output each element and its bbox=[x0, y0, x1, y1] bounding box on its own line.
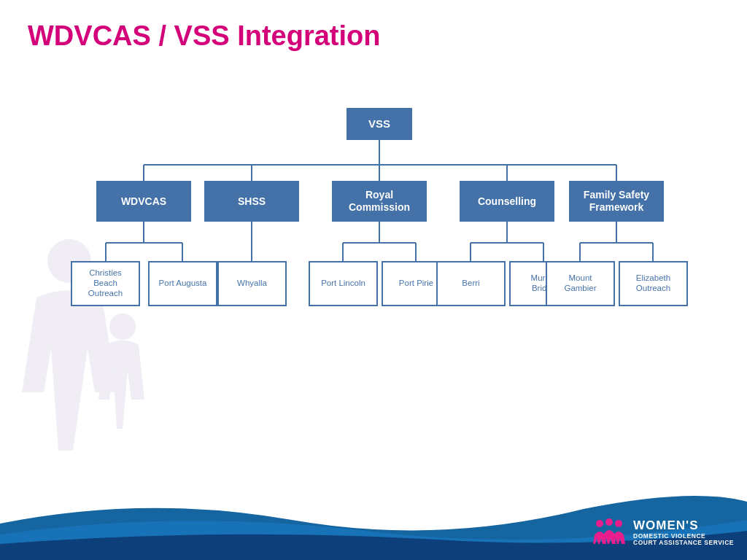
node-wdvcas: WDVCAS bbox=[96, 181, 191, 222]
elizabeth-outreach-label: Elizabeth Outreach bbox=[619, 261, 688, 306]
node-fsf: Family Safety Framework bbox=[569, 181, 664, 222]
mount-gambier-label: Mount Gambier bbox=[546, 261, 615, 306]
node-mount-gambier: Mount Gambier bbox=[546, 261, 615, 306]
logo-area: WOMEN'S DOMESTIC VIOLENCE COURT ASSISTAN… bbox=[591, 515, 734, 551]
svg-point-26 bbox=[596, 520, 603, 527]
node-christies: Christies Beach Outreach bbox=[71, 261, 140, 306]
berri-label: Berri bbox=[436, 261, 506, 306]
port-lincoln-label: Port Lincoln bbox=[309, 261, 378, 306]
node-berri: Berri bbox=[436, 261, 506, 306]
connector-lines bbox=[62, 108, 697, 341]
node-vss: VSS bbox=[347, 108, 412, 140]
whyalla-label: Whyalla bbox=[217, 261, 287, 306]
vss-label: VSS bbox=[347, 108, 412, 140]
node-counselling: Counselling bbox=[460, 181, 554, 222]
slide: WDVCAS / VSS Integration bbox=[0, 0, 747, 560]
node-whyalla: Whyalla bbox=[217, 261, 287, 306]
node-port-lincoln: Port Lincoln bbox=[309, 261, 378, 306]
logo-line1: WOMEN'S bbox=[633, 519, 734, 533]
node-shss: SHSS bbox=[204, 181, 299, 222]
node-royal: Royal Commission bbox=[332, 181, 427, 222]
svg-point-28 bbox=[615, 520, 622, 527]
logo-line3: COURT ASSISTANCE SERVICE bbox=[633, 540, 734, 546]
royal-label: Royal Commission bbox=[332, 181, 427, 222]
port-augusta-label: Port Augusta bbox=[148, 261, 217, 306]
node-port-augusta: Port Augusta bbox=[148, 261, 217, 306]
node-elizabeth-outreach: Elizabeth Outreach bbox=[619, 261, 688, 306]
fsf-label: Family Safety Framework bbox=[569, 181, 664, 222]
counselling-label: Counselling bbox=[460, 181, 554, 222]
wdvcas-label: WDVCAS bbox=[96, 181, 191, 222]
logo-text: WOMEN'S DOMESTIC VIOLENCE COURT ASSISTAN… bbox=[633, 519, 734, 546]
shss-label: SHSS bbox=[204, 181, 299, 222]
logo-icon bbox=[591, 515, 627, 551]
page-title: WDVCAS / VSS Integration bbox=[28, 20, 380, 52]
christies-label: Christies Beach Outreach bbox=[71, 261, 140, 306]
svg-point-27 bbox=[605, 518, 613, 526]
